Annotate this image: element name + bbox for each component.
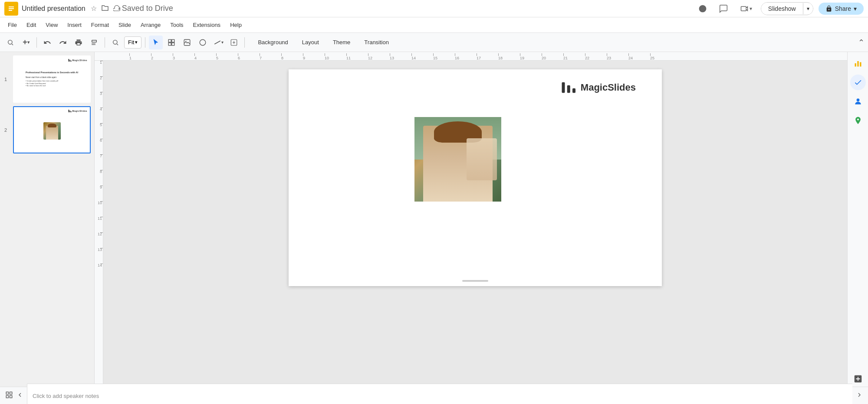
- sep4: [244, 37, 245, 48]
- slide-image[interactable]: [414, 117, 501, 202]
- menu-edit[interactable]: Edit: [22, 20, 40, 30]
- bottom-toolbar: Click to add speaker notes: [0, 387, 868, 404]
- zoom-button[interactable]: [108, 36, 122, 49]
- comment-button[interactable]: [716, 1, 731, 16]
- theme-button[interactable]: Theme: [327, 37, 356, 47]
- slide-2-number: 2: [4, 127, 7, 133]
- main-area: 1 MagicSlides Professional Presentations…: [0, 52, 868, 387]
- scroll-handle: [462, 280, 488, 282]
- svg-rect-9: [172, 42, 174, 45]
- menu-arrange[interactable]: Arrange: [136, 20, 165, 30]
- cloud-saved: Saved to Drive: [113, 4, 173, 13]
- svg-rect-20: [562, 82, 565, 93]
- print-button[interactable]: [72, 36, 85, 49]
- undo-button[interactable]: [40, 36, 54, 49]
- svg-rect-24: [857, 61, 858, 67]
- slideshow-button[interactable]: Slideshow ▾: [761, 2, 813, 15]
- svg-rect-30: [10, 395, 12, 397]
- slide-panel: 1 MagicSlides Professional Presentations…: [0, 52, 95, 387]
- slideshow-label: Slideshow: [761, 3, 803, 15]
- slide-options: Background Layout Theme Transition: [252, 37, 395, 47]
- menu-file[interactable]: File: [3, 20, 21, 30]
- svg-point-4: [8, 40, 12, 44]
- layout-button[interactable]: Layout: [296, 37, 325, 47]
- slide-1-thumb[interactable]: 1 MagicSlides Professional Presentations…: [13, 55, 91, 103]
- slide-canvas-container[interactable]: MagicSlides: [103, 61, 847, 387]
- rs-chart-icon[interactable]: [850, 55, 866, 71]
- rs-check-icon[interactable]: [850, 75, 866, 90]
- app-icon: [4, 2, 18, 16]
- star-icon[interactable]: ☆: [91, 4, 97, 13]
- cursor-tool[interactable]: [149, 36, 163, 49]
- h-ruler: // Will be generated by inline script be…: [95, 52, 847, 61]
- slide-2-thumb[interactable]: 2 MagicSlides: [13, 106, 91, 153]
- ms-icon: [562, 81, 577, 94]
- canvas-area: // Will be generated by inline script be…: [95, 52, 847, 387]
- slide-1-content: Professional Presentations in Seconds wi…: [22, 68, 82, 91]
- slide-1-inner: MagicSlides Professional Presentations i…: [13, 55, 91, 103]
- share-arrow[interactable]: ▾: [854, 5, 857, 12]
- menu-tools[interactable]: Tools: [166, 20, 187, 30]
- collapse-panel-button[interactable]: [16, 391, 23, 400]
- select-tool[interactable]: [164, 36, 178, 49]
- slide-2-inner: MagicSlides: [13, 106, 91, 153]
- grid-view-button[interactable]: [5, 391, 13, 401]
- sep1: [36, 37, 37, 48]
- svg-rect-3: [9, 10, 12, 11]
- menu-format[interactable]: Format: [87, 20, 113, 30]
- textbox-tool[interactable]: [227, 36, 241, 49]
- svg-rect-14: [68, 59, 69, 62]
- add-button[interactable]: +▾: [19, 36, 33, 49]
- rs-maps-icon[interactable]: [850, 113, 866, 128]
- slide-canvas[interactable]: MagicSlides: [289, 69, 662, 286]
- zoom-select[interactable]: Fit ▾: [124, 36, 141, 49]
- search-button[interactable]: [3, 36, 17, 49]
- menu-slide[interactable]: Slide: [114, 20, 135, 30]
- toolbar: +▾ Fit ▾ ▾: [0, 33, 868, 52]
- history-button[interactable]: [695, 1, 710, 16]
- svg-rect-27: [6, 392, 8, 394]
- svg-rect-8: [169, 42, 171, 45]
- svg-rect-19: [70, 111, 71, 112]
- v-ruler: 1234567891011121314: [95, 61, 103, 387]
- svg-rect-18: [69, 111, 70, 112]
- zoom-arrow: ▾: [135, 39, 138, 45]
- toolbar-collapse[interactable]: ⌃: [858, 38, 865, 47]
- svg-rect-17: [68, 110, 69, 112]
- notes-area[interactable]: Click to add speaker notes: [27, 384, 852, 404]
- logo-text: MagicSlides: [581, 82, 636, 93]
- canvas-with-vruler: 1234567891011121314 MagicSlides: [95, 61, 847, 387]
- svg-rect-21: [567, 85, 570, 93]
- share-button[interactable]: Share ▾: [819, 3, 864, 15]
- app-title: Untitled presentation: [22, 5, 85, 13]
- menu-insert[interactable]: Insert: [63, 20, 86, 30]
- transition-button[interactable]: Transition: [358, 37, 395, 47]
- title-right: ▾ Slideshow ▾ Share ▾: [695, 1, 864, 16]
- video-button[interactable]: ▾: [736, 1, 756, 16]
- portrait-bg: [414, 117, 501, 202]
- shape-tool[interactable]: [196, 36, 210, 49]
- right-sidebar: [847, 52, 868, 387]
- image-tool[interactable]: [180, 36, 194, 49]
- folder-icon[interactable]: [101, 4, 109, 13]
- title-icons: ☆ Saved to Drive: [91, 4, 173, 13]
- sep3: [145, 37, 145, 48]
- menu-extensions[interactable]: Extensions: [189, 20, 225, 30]
- svg-point-12: [200, 39, 206, 46]
- background-button[interactable]: Background: [252, 37, 294, 47]
- slide-1-logo: MagicSlides: [68, 59, 87, 62]
- svg-rect-16: [70, 61, 71, 62]
- redo-button[interactable]: [56, 36, 70, 49]
- slide-2-logo: MagicSlides: [68, 110, 87, 112]
- rs-person-icon[interactable]: [850, 94, 866, 109]
- menu-help[interactable]: Help: [226, 20, 246, 30]
- expand-notes-button[interactable]: [856, 391, 863, 400]
- menu-view[interactable]: View: [41, 20, 62, 30]
- svg-rect-1: [9, 7, 14, 7]
- menu-bar: File Edit View Insert Format Slide Arran…: [0, 17, 868, 33]
- paint-format-button[interactable]: [87, 36, 101, 49]
- slide-1-number: 1: [4, 77, 7, 82]
- line-tool[interactable]: ▾: [211, 36, 225, 49]
- svg-rect-25: [860, 62, 861, 67]
- slideshow-dropdown[interactable]: ▾: [803, 3, 813, 14]
